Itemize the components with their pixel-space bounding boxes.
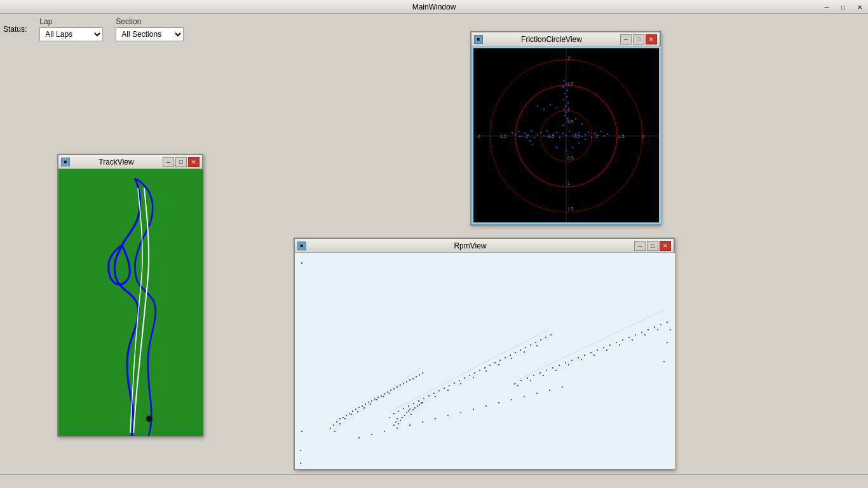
track-view-titlebar[interactable]: ■ TrackView ─ □ ✕ bbox=[58, 155, 202, 169]
maximize-button[interactable]: □ bbox=[835, 0, 851, 14]
bottom-bar bbox=[0, 474, 868, 488]
svg-rect-207 bbox=[371, 434, 372, 435]
svg-rect-222 bbox=[562, 386, 563, 388]
svg-rect-227 bbox=[402, 417, 403, 418]
rpm-view-titlebar[interactable]: ■ RpmView ─ □ ✕ bbox=[295, 239, 674, 253]
svg-rect-77 bbox=[556, 147, 557, 148]
svg-rect-188 bbox=[635, 334, 636, 336]
lap-selector[interactable]: All Laps bbox=[39, 27, 103, 41]
svg-rect-146 bbox=[499, 360, 501, 361]
svg-rect-144 bbox=[489, 365, 491, 366]
svg-rect-125 bbox=[393, 413, 395, 414]
svg-rect-191 bbox=[654, 327, 655, 328]
svg-rect-108 bbox=[406, 381, 407, 383]
svg-rect-212 bbox=[435, 418, 436, 419]
svg-rect-105 bbox=[397, 386, 398, 388]
svg-rect-80 bbox=[578, 142, 580, 144]
svg-rect-229 bbox=[406, 412, 407, 413]
svg-rect-79 bbox=[572, 147, 573, 148]
svg-rect-137 bbox=[454, 383, 455, 384]
track-view-minimize[interactable]: ─ bbox=[163, 157, 174, 167]
svg-rect-29 bbox=[531, 130, 532, 132]
svg-rect-236 bbox=[421, 402, 422, 403]
svg-rect-27 bbox=[524, 133, 526, 134]
svg-rect-121 bbox=[376, 399, 377, 400]
svg-rect-200 bbox=[593, 355, 595, 356]
svg-rect-58 bbox=[564, 93, 566, 94]
svg-rect-69 bbox=[550, 104, 551, 105]
svg-rect-84 bbox=[330, 428, 331, 429]
svg-rect-25 bbox=[518, 131, 519, 132]
svg-rect-37 bbox=[556, 132, 557, 133]
svg-rect-196 bbox=[543, 375, 544, 376]
svg-rect-130 bbox=[418, 400, 419, 402]
svg-rect-120 bbox=[370, 403, 371, 405]
svg-rect-74 bbox=[581, 123, 583, 125]
rpm-view-close[interactable]: ✕ bbox=[660, 241, 671, 251]
svg-rect-140 bbox=[469, 375, 470, 376]
svg-rect-107 bbox=[403, 383, 404, 384]
svg-rect-86 bbox=[336, 421, 337, 423]
svg-text:0.5: 0.5 bbox=[567, 119, 574, 124]
svg-rect-104 bbox=[393, 388, 395, 390]
friction-canvas: 2 1.5 1 0.5 0.5 1 1.5 -2 -1.5 -1 -0.5 0.… bbox=[473, 48, 659, 224]
svg-rect-91 bbox=[352, 410, 353, 412]
svg-rect-46 bbox=[585, 134, 586, 135]
svg-rect-97 bbox=[371, 400, 372, 402]
minimize-button[interactable]: ─ bbox=[818, 0, 835, 14]
svg-rect-38 bbox=[559, 137, 560, 138]
svg-rect-235 bbox=[419, 404, 420, 405]
svg-rect-243 bbox=[663, 361, 665, 362]
svg-rect-66 bbox=[567, 118, 568, 119]
svg-rect-60 bbox=[563, 99, 564, 100]
svg-rect-162 bbox=[460, 383, 461, 384]
friction-view-close[interactable]: ✕ bbox=[646, 34, 657, 44]
svg-rect-148 bbox=[510, 355, 511, 356]
track-view-maximize[interactable]: □ bbox=[175, 157, 187, 167]
svg-rect-68 bbox=[543, 109, 545, 110]
svg-rect-151 bbox=[525, 347, 526, 348]
rpm-view-icon: ■ bbox=[297, 241, 306, 250]
friction-view-maximize[interactable]: □ bbox=[633, 34, 644, 44]
svg-rect-24 bbox=[515, 134, 516, 135]
svg-rect-118 bbox=[357, 411, 358, 412]
svg-rect-199 bbox=[581, 359, 582, 360]
svg-rect-163 bbox=[473, 377, 474, 378]
svg-rect-182 bbox=[597, 349, 598, 351]
svg-rect-181 bbox=[590, 352, 592, 353]
svg-rect-152 bbox=[530, 344, 531, 346]
svg-rect-31 bbox=[537, 134, 538, 135]
svg-rect-87 bbox=[339, 418, 341, 419]
svg-rect-172 bbox=[533, 375, 534, 376]
svg-rect-168 bbox=[536, 345, 538, 346]
svg-rect-47 bbox=[588, 132, 589, 133]
svg-rect-193 bbox=[667, 322, 668, 323]
svg-rect-186 bbox=[622, 339, 623, 341]
track-view-window: ■ TrackView ─ □ ✕ bbox=[57, 154, 203, 437]
svg-rect-177 bbox=[565, 362, 566, 363]
svg-rect-30 bbox=[534, 137, 535, 139]
svg-rect-73 bbox=[575, 118, 576, 119]
svg-text:2: 2 bbox=[642, 134, 644, 139]
svg-rect-129 bbox=[413, 403, 414, 404]
section-selector[interactable]: All Sections bbox=[116, 27, 184, 41]
rpm-view-maximize[interactable]: □ bbox=[647, 241, 658, 251]
svg-rect-237 bbox=[301, 262, 302, 264]
svg-rect-228 bbox=[404, 415, 405, 416]
svg-rect-54 bbox=[564, 80, 565, 81]
svg-rect-81 bbox=[585, 139, 586, 140]
close-button[interactable]: ✕ bbox=[851, 0, 868, 14]
rpm-view-minimize[interactable]: ─ bbox=[634, 241, 646, 251]
svg-rect-183 bbox=[603, 347, 604, 348]
svg-rect-75 bbox=[529, 140, 531, 142]
svg-rect-202 bbox=[619, 344, 620, 346]
svg-rect-28 bbox=[527, 135, 529, 136]
friction-view-titlebar[interactable]: ■ FrictionCircleView ─ □ ✕ bbox=[471, 32, 660, 46]
svg-rect-49 bbox=[594, 133, 595, 134]
svg-rect-136 bbox=[449, 385, 450, 386]
track-view-close[interactable]: ✕ bbox=[188, 157, 200, 167]
svg-rect-135 bbox=[444, 388, 445, 389]
friction-view-minimize[interactable]: ─ bbox=[620, 34, 632, 44]
svg-rect-149 bbox=[515, 352, 516, 353]
svg-rect-113 bbox=[422, 372, 423, 374]
